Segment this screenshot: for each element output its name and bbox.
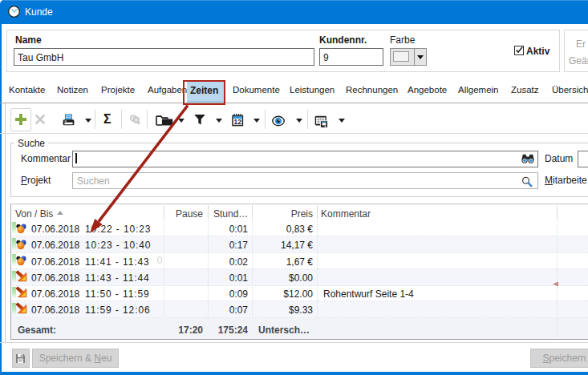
svg-text:12: 12 (233, 118, 241, 126)
